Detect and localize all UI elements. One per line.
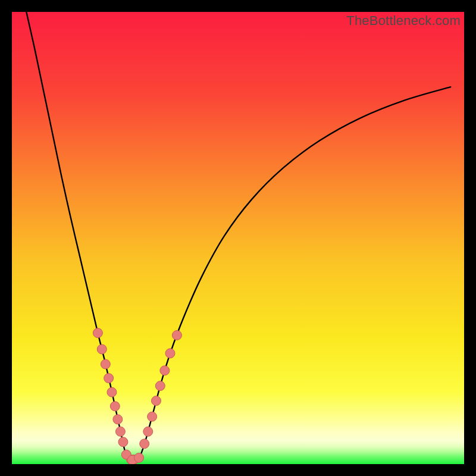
curve-bead <box>165 349 175 358</box>
curve-bead <box>115 427 125 436</box>
curve-bead <box>101 359 110 369</box>
curve-bead <box>151 396 161 406</box>
curve-bead <box>93 328 102 338</box>
plot-area: TheBottleneck.com <box>12 12 464 464</box>
curve-bead <box>148 412 157 421</box>
curve-bead <box>104 374 114 383</box>
bottleneck-curve <box>12 12 464 464</box>
curve-bead <box>113 415 123 424</box>
curve-bead <box>172 330 181 340</box>
curve-bead <box>160 366 170 375</box>
curve-bead <box>97 345 107 354</box>
chart-frame: TheBottleneck.com <box>12 12 464 464</box>
curve-bead <box>134 453 144 462</box>
curve-bead <box>143 427 153 436</box>
watermark-text: TheBottleneck.com <box>346 13 461 29</box>
curve-bead <box>107 387 117 397</box>
curve-bead <box>110 402 120 411</box>
curve-bead <box>155 381 165 391</box>
curve-bead <box>140 439 149 449</box>
curve-bead <box>118 437 128 447</box>
